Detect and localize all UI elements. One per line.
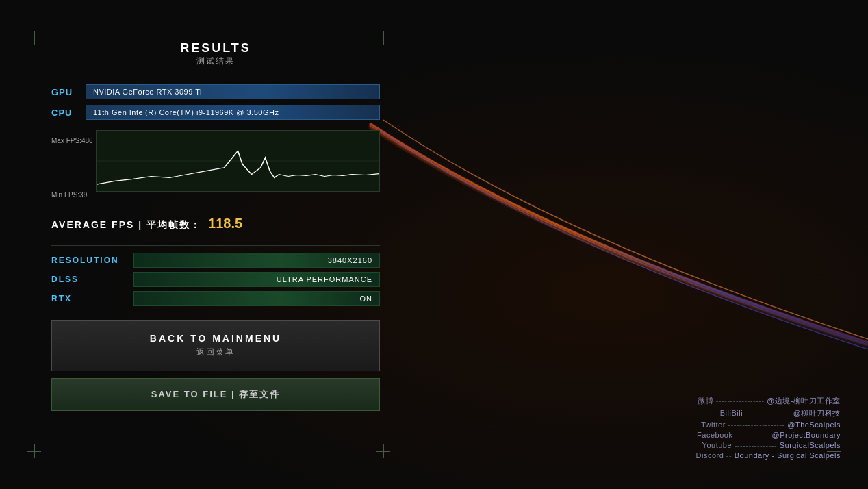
results-subtitle: 测试结果 [51,55,380,67]
results-title: RESULTS [51,41,380,55]
chart-max-label: Max FPS:486 [51,137,93,145]
setting-label: DLSS [51,275,133,284]
setting-row: DLSS ULTRA PERFORMANCE [51,272,380,287]
dashes: ----------------- [713,397,764,405]
setting-bar: 3840X2160 [133,253,380,268]
handle: @TheScalpels [787,421,841,429]
save-to-file-button[interactable]: SAVE TO FILE | 存至文件 [51,378,380,411]
crosshair-bottom-mid [376,444,390,458]
gpu-bar: NVIDIA GeForce RTX 3099 Ti [86,84,380,99]
platform-name: Discord [696,451,724,460]
settings-rows: RESOLUTION 3840X2160 DLSS ULTRA PERFORMA… [51,253,380,306]
platform-name: BiliBili [720,409,743,417]
results-header: RESULTS 测试结果 [51,41,380,67]
platform-name: Facebook [697,431,732,439]
cpu-label: CPU [51,108,86,118]
social-row: BiliBili ---------------- @柳叶刀科技 [696,408,841,418]
crosshair-top-right [827,31,841,45]
social-row: Twitter -------------------- @TheScalpel… [696,421,841,429]
back-to-mainmenu-button[interactable]: BACK TO MAINMENU 返回菜单 [51,320,380,371]
setting-value: ON [360,294,373,303]
save-button-text: SAVE TO FILE | 存至文件 [151,389,281,399]
handle: @边境-柳叶刀工作室 [767,397,841,405]
chart-min-label: Min FPS:39 [51,191,87,199]
handle: @ProjectBoundary [772,431,841,439]
cpu-bar: 11th Gen Intel(R) Core(TM) i9-11969K @ 3… [86,105,380,120]
gpu-value: NVIDIA GeForce RTX 3099 Ti [93,88,202,96]
setting-row: RTX ON [51,291,380,306]
divider [51,245,380,246]
setting-row: RESOLUTION 3840X2160 [51,253,380,268]
social-row: Youtube --------------- SurgicalScalpels [696,441,841,449]
handle: @柳叶刀科技 [793,409,841,417]
dashes: -------------------- [726,421,785,429]
dashes: ---------------- [743,409,791,417]
main-panel: RESULTS 测试结果 GPU NVIDIA GeForce RTX 3099… [51,41,380,411]
setting-value: 3840X2160 [328,256,372,264]
avg-fps-row: AVERAGE FPS | 平均帧数： 118.5 [51,216,380,231]
dashes: ------------ [732,431,769,439]
social-row: Discord -- Boundary - Surgical Scalpels [696,451,841,460]
social-row: Facebook ------------ @ProjectBoundary [696,431,841,439]
platform-name: Twitter [701,421,726,429]
setting-label: RTX [51,294,133,303]
setting-value: ULTRA PERFORMANCE [277,275,372,284]
dashes: --------------- [732,441,777,449]
crosshair-bottom-left [27,444,41,458]
setting-bar: ULTRA PERFORMANCE [133,272,380,287]
fps-chart-container: Max FPS:486 Min FPS:39 [51,130,380,205]
back-button-line1: BACK TO MAINMENU [59,333,372,344]
handle: SurgicalScalpels [780,441,841,449]
gpu-row: GPU NVIDIA GeForce RTX 3099 Ti [51,84,380,99]
back-button-line2: 返回菜单 [59,347,372,358]
avg-fps-value: 118.5 [208,216,242,231]
setting-label: RESOLUTION [51,255,133,265]
platform-name: 微博 [698,397,713,405]
gpu-label: GPU [51,87,86,97]
avg-fps-label: AVERAGE FPS | 平均帧数： [51,219,201,231]
handle: Boundary - Surgical Scalpels [735,451,841,460]
crosshair-top-left [27,31,41,45]
cpu-row: CPU 11th Gen Intel(R) Core(TM) i9-11969K… [51,105,380,120]
social-links: 微博 ----------------- @边境-柳叶刀工作室BiliBili … [696,396,841,462]
social-row: 微博 ----------------- @边境-柳叶刀工作室 [696,396,841,406]
fps-chart [96,130,380,192]
platform-name: Youtube [702,441,732,449]
setting-bar: ON [133,291,380,306]
dashes: -- [724,451,732,460]
cpu-value: 11th Gen Intel(R) Core(TM) i9-11969K @ 3… [93,108,279,116]
